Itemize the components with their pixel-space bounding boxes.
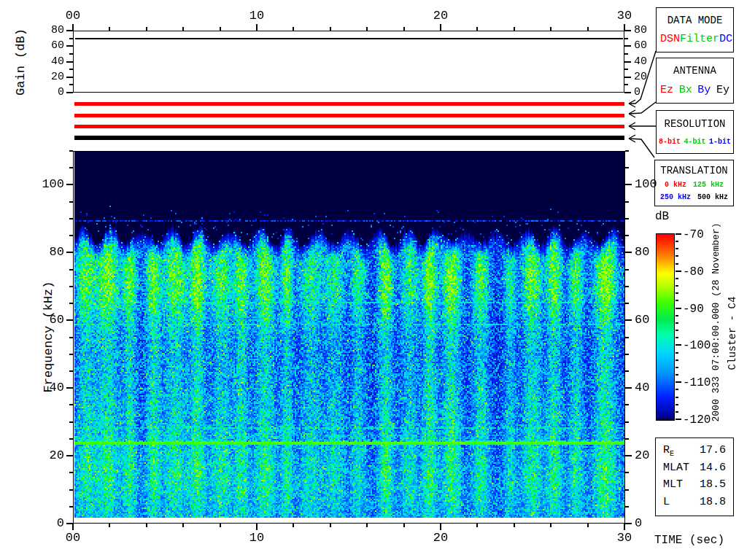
tick-label: 80: [634, 25, 647, 36]
axis-tick: [366, 524, 368, 527]
legend-value: Filter: [680, 33, 719, 45]
tick-label: 30: [617, 532, 632, 545]
axis-tick: [66, 92, 73, 93]
info-row-re: RE 17.6: [663, 444, 726, 458]
axis-tick: [676, 374, 678, 376]
axis-tick: [676, 263, 678, 265]
axis-tick: [625, 455, 632, 456]
axis-tick: [676, 285, 678, 287]
info-row-mlat: MLAT 14.6: [663, 462, 726, 475]
info-row-l: L 18.8: [663, 496, 726, 510]
data-mode-panel: DATA MODE DSNFilterDC: [656, 7, 734, 52]
axis-tick: [676, 248, 678, 249]
axis-tick: [676, 404, 678, 405]
axis-tick: [440, 24, 441, 31]
axis-tick: [625, 252, 632, 253]
axis-tick: [624, 45, 631, 47]
axis-tick: [624, 53, 628, 55]
legend-value: 4-bit: [684, 138, 705, 146]
translation-panel: TRANSLATION 0 kHz125 kHz 250 kHz500 kHz: [654, 160, 734, 206]
tick-label: 00: [66, 532, 80, 545]
axis-tick: [676, 241, 678, 242]
tick-label: -110: [683, 376, 711, 389]
axis-tick: [220, 524, 221, 527]
axis-tick: [256, 524, 258, 530]
axis-tick: [624, 24, 625, 31]
axis-tick: [624, 30, 631, 31]
legend-value: DSN: [660, 33, 680, 45]
legend-value: By: [697, 84, 711, 96]
antenna-panel: ANTENNA EzBxByEy: [656, 58, 734, 104]
axis-tick: [625, 319, 632, 321]
axis-tick: [625, 421, 629, 423]
re-value: 17.6: [700, 444, 726, 458]
axis-tick: [109, 524, 110, 527]
axis-tick: [625, 184, 632, 185]
axis-tick: [624, 84, 628, 85]
axis-tick: [330, 524, 331, 527]
datetime-annotation: 2000 333 07:00:00.000 (28 November): [711, 222, 721, 421]
gain-line: [75, 38, 623, 39]
axis-tick: [625, 472, 629, 473]
axis-tick: [66, 387, 73, 389]
frequency-axis-title: Frequency (kHz): [42, 281, 55, 392]
axis-tick: [146, 524, 147, 527]
axis-tick: [625, 523, 632, 524]
axis-tick: [66, 252, 73, 253]
axis-tick: [66, 77, 73, 78]
axis-tick: [625, 489, 629, 491]
gain-plot-box: [73, 31, 624, 93]
tick-label: 20: [31, 449, 64, 462]
legend-value: 1-bit: [709, 138, 731, 146]
axis-tick: [625, 235, 629, 236]
data-mode-bar: [74, 102, 624, 106]
axis-tick: [66, 61, 73, 63]
axis-tick: [66, 455, 73, 456]
axis-tick: [625, 269, 629, 271]
tick-label: 80: [635, 246, 649, 259]
axis-tick: [66, 45, 73, 47]
axis-tick: [676, 300, 678, 301]
tick-label: 40: [35, 56, 64, 68]
data-mode-values: DSNFilterDC: [657, 33, 733, 45]
axis-tick: [676, 352, 678, 354]
data-mode-title: DATA MODE: [657, 15, 733, 26]
info-row-mlt: MLT 18.5: [663, 478, 726, 492]
axis-tick: [625, 201, 629, 203]
resolution-bar: [74, 125, 624, 128]
translation-values-row2: 250 kHz500 kHz: [655, 193, 733, 201]
colorbar-gradient: [657, 234, 674, 420]
legend-value: 125 kHz: [693, 181, 724, 189]
axis-tick: [66, 319, 73, 321]
axis-tick: [256, 24, 258, 31]
axis-tick: [624, 524, 625, 530]
axis-tick: [676, 389, 678, 390]
tick-label: -120: [683, 413, 711, 427]
tick-label: 00: [66, 9, 80, 23]
tick-label: 40: [635, 381, 649, 394]
wbd-spectrogram-display: Gain (dB) Frequency (kHz) DATA MODE DSNF…: [0, 0, 747, 560]
axis-tick: [676, 419, 681, 420]
axis-tick: [625, 286, 629, 287]
resolution-panel: RESOLUTION 8-bit4-bit1-bit: [656, 110, 734, 154]
axis-tick: [625, 218, 629, 219]
resolution-values: 8-bit4-bit1-bit: [657, 138, 733, 146]
legend-value: DC: [719, 33, 732, 45]
tick-label: 20: [635, 449, 649, 462]
axis-tick: [403, 524, 405, 527]
axis-tick: [625, 387, 632, 389]
mlat-value: 14.6: [700, 462, 726, 475]
legend-value: Bx: [679, 84, 692, 96]
axis-tick: [676, 397, 678, 398]
tick-label: 30: [617, 9, 632, 23]
axis-tick: [625, 370, 629, 372]
axis-tick: [676, 330, 678, 331]
tick-label: 0: [31, 517, 64, 530]
axis-tick: [625, 438, 629, 440]
antenna-bar: [74, 114, 624, 117]
l-value: 18.8: [700, 496, 726, 510]
axis-tick: [676, 367, 678, 368]
axis-tick: [550, 524, 551, 527]
legend-value: Ey: [716, 84, 729, 96]
tick-label: 100: [31, 178, 64, 191]
